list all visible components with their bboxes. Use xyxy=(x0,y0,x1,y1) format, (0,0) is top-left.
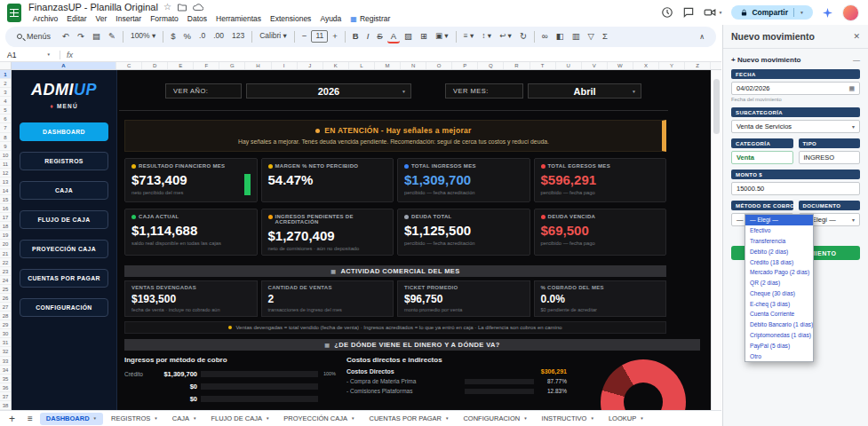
dropdown-option[interactable]: Cuenta Corriente xyxy=(745,309,813,320)
year-select[interactable]: 2026▼ xyxy=(246,83,411,99)
column-header[interactable]: K xyxy=(323,62,349,69)
name-box[interactable]: A1▼ xyxy=(7,51,53,59)
sheets-logo-icon[interactable] xyxy=(7,4,21,22)
horizontal-align-button[interactable]: ≡ ▾ xyxy=(460,30,478,43)
menu-item[interactable]: Archivo xyxy=(28,14,62,23)
insert-chart-button[interactable]: ▥ xyxy=(569,29,584,43)
column-header[interactable]: E xyxy=(168,62,194,69)
row-header[interactable]: 8 xyxy=(0,133,11,142)
sheet-tab[interactable]: FLUJO DE CAJA ▼ xyxy=(204,413,275,425)
row-header[interactable]: 27 xyxy=(0,303,11,312)
tab-dropdown-icon[interactable]: ▼ xyxy=(445,416,449,421)
row-header[interactable]: 38 xyxy=(0,401,11,410)
undo-button[interactable]: ↶ xyxy=(59,29,73,43)
sheet-tab[interactable]: REGISTROS ▼ xyxy=(105,413,164,425)
column-header[interactable]: M xyxy=(375,62,401,69)
sidebar-button[interactable]: DASHBOARD xyxy=(20,122,108,141)
increase-font-size-button[interactable]: + xyxy=(329,29,341,43)
row-header[interactable]: 7 xyxy=(0,123,11,132)
print-button[interactable]: ▤ xyxy=(89,29,104,43)
row-header[interactable]: 32 xyxy=(0,347,11,356)
dropdown-option[interactable]: Cheque (30 días) xyxy=(745,288,813,298)
strikethrough-button[interactable]: S xyxy=(373,29,386,43)
dropdown-option[interactable]: Otro xyxy=(745,351,813,361)
sheet-tab[interactable]: DASHBOARD ▼ xyxy=(40,413,103,425)
sidebar-button[interactable]: REGISTROS xyxy=(20,152,108,170)
row-header[interactable]: 15 xyxy=(0,195,11,204)
row-header[interactable]: 1 xyxy=(0,70,11,79)
column-header[interactable]: I xyxy=(272,62,298,69)
sidebar-button[interactable]: CAJA xyxy=(20,181,108,200)
tab-dropdown-icon[interactable]: ▼ xyxy=(93,416,97,421)
sidebar-button[interactable]: CUENTAS POR PAGAR xyxy=(20,269,108,288)
row-header[interactable]: 11 xyxy=(0,160,11,169)
dropdown-option[interactable]: Efectivo xyxy=(745,225,813,236)
tab-dropdown-icon[interactable]: ▼ xyxy=(266,416,269,421)
vertical-scrollbar[interactable] xyxy=(711,70,721,410)
sheet-tab[interactable]: CONFIGURACION ▼ xyxy=(457,413,533,425)
column-header[interactable]: Y xyxy=(659,62,685,69)
merge-cells-button[interactable]: ▣ ▾ xyxy=(432,30,452,43)
font-select[interactable]: Calibri ▾ xyxy=(256,30,291,43)
row-header[interactable]: 14 xyxy=(0,186,11,195)
row-header[interactable]: 31 xyxy=(0,338,11,347)
dropdown-option[interactable]: Transferencia xyxy=(745,236,813,247)
fill-color-button[interactable]: ▨ xyxy=(401,29,416,43)
column-header[interactable]: U xyxy=(556,62,582,69)
column-header[interactable]: W xyxy=(608,62,633,69)
menu-item[interactable]: Insertar xyxy=(111,14,146,23)
column-header[interactable]: D xyxy=(142,62,168,69)
row-header[interactable]: 9 xyxy=(0,142,11,151)
tab-dropdown-icon[interactable]: ▼ xyxy=(590,416,593,421)
row-header[interactable]: 20 xyxy=(0,240,11,248)
row-header[interactable]: 17 xyxy=(0,213,11,222)
month-select[interactable]: Abril▼ xyxy=(528,83,641,99)
calendar-icon[interactable]: ▦ xyxy=(848,85,855,92)
dropdown-option[interactable]: PayPal (5 días) xyxy=(745,340,813,351)
row-header[interactable]: 35 xyxy=(0,375,11,383)
menu-item[interactable]: Extensiones xyxy=(266,14,315,23)
column-header[interactable]: H xyxy=(245,62,271,69)
row-header[interactable]: 24 xyxy=(0,276,11,285)
decrease-font-size-button[interactable]: − xyxy=(299,29,311,43)
share-button[interactable]: Compartir ▼ xyxy=(731,5,813,20)
hide-menus-chevron-icon[interactable]: ∧ xyxy=(696,33,708,41)
currency-format-button[interactable]: $ xyxy=(167,29,179,43)
menu-item[interactable]: Datos xyxy=(183,14,211,23)
column-header[interactable]: J xyxy=(298,62,323,69)
row-header[interactable]: 25 xyxy=(0,285,11,294)
document-title[interactable]: FinanzasUP - Planilla Original xyxy=(28,2,158,12)
star-icon[interactable]: ☆ xyxy=(163,3,171,12)
row-header[interactable]: 33 xyxy=(0,357,11,366)
sheet-tab[interactable]: PROYECCIÓN CAJA ▼ xyxy=(277,413,361,425)
row-header[interactable]: 37 xyxy=(0,392,11,401)
menu-item[interactable]: Ayuda xyxy=(315,14,346,23)
redo-button[interactable]: ↷ xyxy=(74,29,88,43)
functions-button[interactable]: Σ xyxy=(599,29,611,43)
tab-dropdown-icon[interactable]: ▼ xyxy=(640,416,643,421)
subcategoria-select[interactable]: Venta de Servicios▾ xyxy=(731,120,860,133)
row-header[interactable]: 16 xyxy=(0,204,11,213)
row-header[interactable]: 36 xyxy=(0,383,11,392)
column-header[interactable]: N xyxy=(401,62,426,69)
row-header[interactable]: 23 xyxy=(0,267,11,276)
column-header[interactable]: X xyxy=(633,62,659,69)
gemini-sparkle-icon[interactable] xyxy=(822,7,833,19)
borders-button[interactable]: ⊞ xyxy=(417,29,431,43)
dropdown-option[interactable]: QR (2 días) xyxy=(745,278,813,288)
menus-search-button[interactable]: Menús xyxy=(13,30,58,43)
row-header[interactable]: 22 xyxy=(0,258,11,267)
italic-button[interactable]: I xyxy=(363,29,373,43)
close-icon[interactable]: ✕ xyxy=(853,32,860,41)
sheet-tab[interactable]: INSTRUCTIVO ▼ xyxy=(536,413,601,425)
increase-decimals-button[interactable]: .00 xyxy=(210,30,227,43)
dropdown-option[interactable]: Débito Bancario (1 días) xyxy=(745,320,813,330)
column-header[interactable]: P xyxy=(452,62,478,69)
insert-comment-button[interactable]: ◧ xyxy=(553,29,568,43)
collapse-icon[interactable]: — xyxy=(853,56,860,64)
fecha-input[interactable]: 04/02/2026▦ xyxy=(731,82,860,95)
column-header[interactable]: A xyxy=(12,62,116,69)
dropdown-option[interactable]: Criptomonedas (1 días) xyxy=(745,330,813,341)
row-header[interactable]: 30 xyxy=(0,329,11,338)
column-header[interactable]: V xyxy=(582,62,608,69)
